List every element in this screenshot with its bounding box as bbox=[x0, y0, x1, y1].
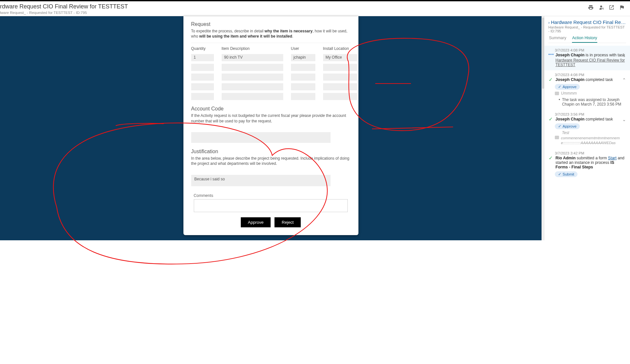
history-test-label: Test bbox=[562, 131, 626, 135]
panel-title: ›Hardware Request CIO Final Review for T… bbox=[548, 19, 626, 25]
status-pill: ✓Approve bbox=[555, 84, 580, 90]
history-time: 3/7/2023 4:08 PM bbox=[555, 48, 626, 52]
tab-summary[interactable]: Summary bbox=[549, 36, 566, 43]
history-item[interactable]: 3/7/2023 3:56 PM ✓ Joseph Chapin complet… bbox=[544, 110, 630, 149]
history-time: 3/7/2023 4:08 PM bbox=[555, 73, 626, 77]
tab-action-history[interactable]: Action History bbox=[572, 36, 597, 43]
cell-desc: 90 inch TV bbox=[222, 54, 283, 61]
history-text: Joseph Chapin completed task bbox=[555, 77, 626, 82]
comment-icon bbox=[555, 136, 559, 139]
history-text: Joseph Chapin is in process with task bbox=[555, 53, 626, 57]
check-icon: ✓ bbox=[548, 77, 553, 82]
history-item[interactable]: 3/7/2023 4:08 PM ●●● Joseph Chapin is in… bbox=[544, 46, 630, 70]
history-task-link[interactable]: Hardware Request CIO Final Review for TE… bbox=[555, 58, 626, 67]
print-icon[interactable] bbox=[588, 5, 594, 11]
section-request-title: Request bbox=[191, 21, 351, 27]
chevron-down-icon[interactable]: ⌄ bbox=[622, 53, 626, 58]
section-justification-desc: In the area below, please describe the p… bbox=[191, 156, 351, 166]
chevron-down-icon[interactable]: ⌄ bbox=[622, 117, 626, 122]
cell-qty: 1 bbox=[191, 54, 214, 61]
section-account-desc: If the Activity request is not budgeted … bbox=[191, 113, 351, 123]
col-loc: Install Location bbox=[323, 46, 357, 51]
page-title: rdware Request CIO Final Review for TEST… bbox=[0, 3, 128, 10]
col-desc: Item Description bbox=[222, 46, 283, 51]
history-text: Rio Admin submitted a form Start and sta… bbox=[555, 156, 626, 169]
share-icon[interactable] bbox=[598, 5, 604, 11]
check-icon: ✓ bbox=[548, 117, 553, 121]
account-code-field bbox=[191, 132, 331, 143]
section-account-title: Account Code bbox=[191, 106, 351, 112]
history-item[interactable]: 3/7/2023 3:42 PM ✓ Rio Admin submitted a… bbox=[544, 149, 630, 180]
section-justification-title: Justification bbox=[191, 149, 351, 154]
request-table: Quantity Item Description User Install L… bbox=[191, 46, 351, 100]
history-text: Joseph Chapin completed task bbox=[555, 117, 626, 121]
history-item[interactable]: 3/7/2023 4:08 PM ✓ Joseph Chapin complet… bbox=[544, 70, 630, 110]
status-pill: ✓Submit bbox=[555, 171, 578, 177]
col-qty: Quantity bbox=[191, 46, 214, 51]
open-new-icon[interactable] bbox=[609, 5, 614, 11]
comment-icon bbox=[555, 92, 559, 95]
flag-icon[interactable] bbox=[619, 5, 625, 11]
history-assignment: The task was assigned to Joseph Chapin o… bbox=[559, 97, 626, 107]
comments-input[interactable] bbox=[194, 199, 348, 212]
col-user: User bbox=[291, 46, 315, 51]
chevron-up-icon[interactable]: ⌃ bbox=[622, 77, 626, 83]
right-panel: ›Hardware Request CIO Final Review for T… bbox=[544, 16, 630, 240]
check-icon: ✓ bbox=[548, 156, 553, 160]
action-history-list: 3/7/2023 4:08 PM ●●● Joseph Chapin is in… bbox=[544, 43, 630, 180]
reject-button[interactable]: Reject bbox=[274, 217, 301, 227]
history-time: 3/7/2023 3:56 PM bbox=[555, 112, 626, 116]
panel-caret-icon[interactable]: › bbox=[548, 20, 550, 25]
section-request-desc: To expedite the process, describe in det… bbox=[191, 28, 351, 39]
status-pill: ✓Approve bbox=[555, 123, 580, 129]
page-subtitle: lware Request_ - Requested for TESTTEST … bbox=[0, 11, 128, 15]
in-process-icon: ●●● bbox=[548, 53, 553, 56]
history-comment: Ummmm bbox=[555, 91, 626, 96]
cell-user: jchapin bbox=[291, 54, 315, 61]
approve-button[interactable]: Approve bbox=[241, 217, 271, 227]
form-card: Request To expedite the process, describ… bbox=[183, 16, 358, 235]
canvas-scrollbar[interactable] bbox=[542, 16, 544, 240]
panel-subtitle: Hardware Request_ - Requested for TESTTE… bbox=[548, 25, 626, 33]
start-link[interactable]: Start bbox=[608, 156, 616, 160]
justification-value: Because i said so bbox=[191, 175, 331, 186]
page-header: rdware Request CIO Final Review for TEST… bbox=[0, 1, 630, 16]
history-time: 3/7/2023 3:42 PM bbox=[555, 151, 626, 155]
history-comment: commenenenememtmtnmtnemneme:::::::::::::… bbox=[555, 136, 626, 145]
canvas: Request To expedite the process, describ… bbox=[0, 16, 542, 240]
cell-empty bbox=[191, 64, 214, 71]
comments-label: Comments bbox=[194, 193, 351, 198]
cell-loc: My Office bbox=[323, 54, 357, 61]
